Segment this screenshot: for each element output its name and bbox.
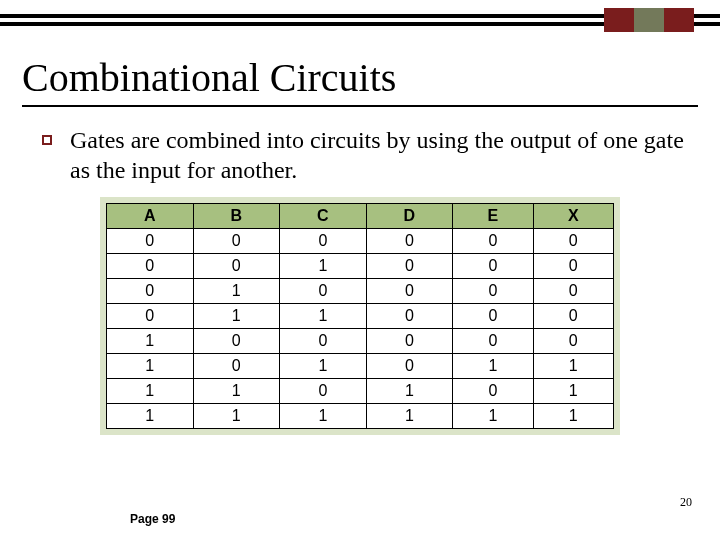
- table-cell: 0: [280, 229, 367, 254]
- table-cell: 1: [533, 379, 613, 404]
- table-cell: 1: [280, 304, 367, 329]
- table-cell: 0: [366, 329, 453, 354]
- swatch-maroon: [604, 8, 634, 32]
- page-reference: Page 99: [130, 512, 175, 526]
- table-cell: 0: [280, 329, 367, 354]
- table-cell: 1: [280, 404, 367, 429]
- table-row: 110101: [107, 379, 614, 404]
- table-header-cell: E: [453, 204, 533, 229]
- table-cell: 0: [193, 354, 280, 379]
- table-cell: 0: [193, 229, 280, 254]
- table-header-cell: D: [366, 204, 453, 229]
- table-cell: 1: [280, 254, 367, 279]
- table-header-cell: X: [533, 204, 613, 229]
- table-cell: 0: [107, 254, 194, 279]
- table-cell: 1: [533, 354, 613, 379]
- table-cell: 0: [193, 254, 280, 279]
- table-header-cell: A: [107, 204, 194, 229]
- table-cell: 1: [193, 379, 280, 404]
- table-cell: 1: [453, 354, 533, 379]
- swatch-maroon: [664, 8, 694, 32]
- bullet-icon: [42, 135, 52, 145]
- table-cell: 1: [533, 404, 613, 429]
- table-row: 111111: [107, 404, 614, 429]
- table-cell: 0: [366, 279, 453, 304]
- table-cell: 0: [533, 229, 613, 254]
- table-cell: 0: [366, 354, 453, 379]
- table-cell: 0: [453, 304, 533, 329]
- table-cell: 0: [107, 229, 194, 254]
- decoration-swatches: [604, 8, 694, 32]
- table-header-cell: B: [193, 204, 280, 229]
- table-cell: 0: [193, 329, 280, 354]
- table-cell: 0: [107, 279, 194, 304]
- table-cell: 0: [366, 229, 453, 254]
- table-cell: 0: [533, 304, 613, 329]
- table-cell: 0: [453, 279, 533, 304]
- table-cell: 1: [366, 404, 453, 429]
- table-cell: 0: [453, 254, 533, 279]
- truth-table: ABCDEX 000000001000010000011000100000101…: [106, 203, 614, 429]
- table-row: 101011: [107, 354, 614, 379]
- table-cell: 1: [366, 379, 453, 404]
- slide-top-decoration: [0, 0, 720, 36]
- table-cell: 0: [533, 254, 613, 279]
- table-cell: 0: [366, 254, 453, 279]
- table-cell: 0: [453, 329, 533, 354]
- truth-table-container: ABCDEX 000000001000010000011000100000101…: [100, 197, 620, 435]
- table-cell: 1: [193, 304, 280, 329]
- bullet-row: Gates are combined into circuits by usin…: [0, 125, 720, 185]
- table-cell: 0: [453, 379, 533, 404]
- table-cell: 1: [193, 279, 280, 304]
- table-cell: 0: [280, 279, 367, 304]
- table-row: 100000: [107, 329, 614, 354]
- table-row: 000000: [107, 229, 614, 254]
- slide-title: Combinational Circuits: [22, 54, 720, 101]
- table-cell: 1: [280, 354, 367, 379]
- table-cell: 1: [453, 404, 533, 429]
- table-row: 001000: [107, 254, 614, 279]
- title-underline: [22, 105, 698, 107]
- table-cell: 0: [453, 229, 533, 254]
- table-cell: 1: [107, 404, 194, 429]
- body-text: Gates are combined into circuits by usin…: [70, 125, 688, 185]
- slide-number: 20: [680, 495, 692, 510]
- table-row: 010000: [107, 279, 614, 304]
- table-cell: 1: [193, 404, 280, 429]
- table-row: 011000: [107, 304, 614, 329]
- table-cell: 1: [107, 379, 194, 404]
- table-cell: 0: [533, 329, 613, 354]
- table-header-cell: C: [280, 204, 367, 229]
- table-cell: 0: [533, 279, 613, 304]
- table-cell: 1: [107, 354, 194, 379]
- table-cell: 0: [280, 379, 367, 404]
- swatch-olive: [634, 8, 664, 32]
- table-cell: 0: [107, 304, 194, 329]
- table-cell: 1: [107, 329, 194, 354]
- table-cell: 0: [366, 304, 453, 329]
